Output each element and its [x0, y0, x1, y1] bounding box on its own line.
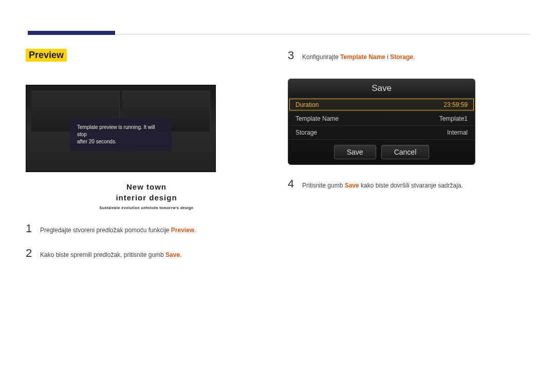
header-accent-bar — [28, 31, 115, 35]
keyword-preview: Preview — [171, 227, 194, 234]
cancel-button[interactable]: Cancel — [381, 145, 430, 159]
step-pre: Pregledajte stvoreni predložak pomoću fu… — [40, 227, 171, 234]
step-number: 4 — [288, 177, 295, 191]
dialog-row-storage[interactable]: Storage Internal — [288, 125, 475, 139]
step-3: 3 Konfigurirajte Template Name i Storage… — [288, 49, 529, 62]
step-post: . — [180, 251, 181, 258]
step-text: Kako biste spremili predložak, pritisnit… — [40, 251, 181, 258]
keyword-save: Save — [345, 182, 359, 189]
row-label: Duration — [295, 101, 319, 108]
caption-line1: New town — [26, 181, 267, 192]
section-title: Preview — [26, 49, 67, 62]
left-steps: 1 Pregledajte stvoreni predložak pomoću … — [26, 222, 267, 260]
left-column: Preview Template preview is running. It … — [26, 49, 267, 271]
dialog-buttons: Save Cancel — [288, 139, 475, 164]
preview-msg-line1: Template preview is running. It will sto… — [77, 124, 155, 137]
dialog-row-template-name[interactable]: Template Name Template1 — [288, 111, 475, 125]
caption-line2: interior design — [26, 192, 267, 203]
step-pre: Kako biste spremili predložak, pritisnit… — [40, 251, 165, 258]
keyword-storage: Storage — [390, 53, 413, 61]
preview-screenshot: Template preview is running. It will sto… — [26, 85, 216, 172]
step-post: kako biste dovršili stvaranje sadržaja. — [359, 182, 463, 189]
step-1: 1 Pregledajte stvoreni predložak pomoću … — [26, 222, 267, 235]
row-value: Internal — [447, 129, 468, 136]
preview-caption: New town interior design Sustainble evol… — [26, 181, 267, 210]
step-2: 2 Kako biste spremili predložak, pritisn… — [26, 247, 267, 260]
keyword-save: Save — [165, 251, 180, 258]
step-post: . — [194, 227, 196, 234]
dialog-title: Save — [288, 79, 475, 98]
step-number: 2 — [26, 247, 33, 260]
header-divider — [116, 34, 529, 34]
preview-msg-line2: after 20 seconds. — [77, 139, 117, 144]
caption-subtitle: Sustainble evolution unfolods tomorrw's … — [26, 206, 267, 210]
step-text: Pritisnite gumb Save kako biste dovršili… — [302, 182, 463, 189]
step-4: 4 Pritisnite gumb Save kako biste dovrši… — [288, 177, 529, 191]
row-label: Template Name — [295, 115, 339, 122]
right-column: 3 Konfigurirajte Template Name i Storage… — [288, 49, 529, 271]
save-button[interactable]: Save — [334, 145, 376, 159]
row-value: Template1 — [439, 115, 468, 122]
step-pre: Konfigurirajte — [302, 53, 340, 61]
keyword-template-name: Template Name — [340, 53, 385, 61]
save-dialog: Save Duration 23:59:59 Template Name Tem… — [288, 79, 475, 165]
dialog-row-duration[interactable]: Duration 23:59:59 — [288, 98, 475, 111]
preview-message-popup: Template preview is running. It will sto… — [70, 119, 172, 151]
page-content: Preview Template preview is running. It … — [26, 49, 529, 271]
step-pre: Pritisnite gumb — [302, 182, 345, 189]
step-number: 1 — [26, 222, 33, 235]
step-post: . — [413, 53, 415, 61]
step-text: Pregledajte stvoreni predložak pomoću fu… — [40, 227, 196, 234]
step-text: Konfigurirajte Template Name i Storage. — [302, 53, 415, 61]
row-label: Storage — [295, 129, 317, 136]
step-mid: i — [385, 53, 390, 61]
step-number: 3 — [288, 49, 295, 62]
row-value: 23:59:59 — [443, 101, 468, 108]
